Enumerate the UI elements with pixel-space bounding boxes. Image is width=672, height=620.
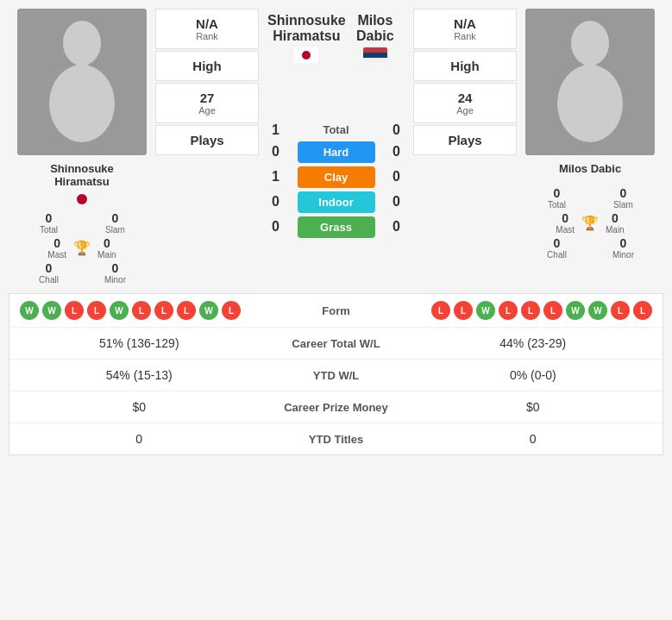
form-badge-p2: L bbox=[543, 301, 562, 320]
player1-name: Shinnosuke Hiramatsu bbox=[50, 162, 114, 188]
form-badge-p1: W bbox=[110, 301, 129, 320]
player1-high-value: High bbox=[165, 59, 249, 73]
stat-row-1: 54% (15-13)YTD W/L0% (0-0) bbox=[9, 360, 663, 391]
player2-name: Milos Dabic bbox=[559, 162, 621, 175]
player2-plays-box: Plays bbox=[413, 125, 517, 155]
hard-score-p2: 0 bbox=[388, 144, 405, 160]
trophy-icon-p2: 🏆 bbox=[581, 215, 599, 231]
player2-main-stat: 0 Main bbox=[606, 211, 625, 235]
svg-rect-3 bbox=[76, 62, 88, 76]
player2-chall-stat: 0 Chall bbox=[525, 236, 588, 260]
player2-slam-value: 0 bbox=[620, 186, 627, 200]
stat-label-1: YTD W/L bbox=[259, 369, 414, 382]
player1-total-value: 0 bbox=[46, 211, 53, 225]
grass-badge: Grass bbox=[298, 216, 375, 238]
hard-score-p1: 0 bbox=[267, 144, 285, 160]
main-container: Shinnosuke Hiramatsu 0 Total 0 Slam bbox=[0, 0, 672, 464]
svg-point-2 bbox=[49, 65, 115, 142]
player2-photo bbox=[525, 9, 655, 155]
player1-mast-stat: 0 Mast bbox=[47, 236, 66, 260]
player1-chall-label: Chall bbox=[39, 275, 59, 285]
stat-p1-value-3: 0 bbox=[20, 432, 259, 446]
stat-p2-value-3: 0 bbox=[414, 432, 653, 446]
stat-row-2: $0Career Prize Money$0 bbox=[9, 391, 663, 423]
stat-label-2: Career Prize Money bbox=[259, 401, 414, 414]
stat-row-0: 51% (136-129)Career Total W/L44% (23-29) bbox=[9, 328, 663, 360]
player2-main-value: 0 bbox=[612, 211, 619, 225]
center-area: Shinnosuke Hiramatsu Milos Dabic bbox=[259, 9, 413, 285]
score-row-clay: 1 Clay 0 bbox=[259, 166, 413, 188]
player2-age-value: 24 bbox=[423, 91, 507, 105]
player2-high-value: High bbox=[423, 59, 507, 73]
player2-total-stat: 0 Total bbox=[525, 186, 588, 210]
player2-slam-label: Slam bbox=[613, 200, 633, 210]
player2-plays-value: Plays bbox=[423, 133, 507, 147]
total-label: Total bbox=[298, 123, 375, 136]
score-row-total: 1 Total 0 bbox=[259, 122, 413, 138]
total-score-p1: 1 bbox=[267, 122, 285, 138]
player1-middle-stats: N/A Rank High 27 Age Plays bbox=[155, 9, 259, 285]
form-badge-p2: L bbox=[633, 301, 652, 320]
player1-age-box: 27 Age bbox=[155, 83, 259, 123]
player1-minor-stat: 0 Minor bbox=[84, 261, 147, 285]
svg-point-1 bbox=[63, 21, 101, 66]
stat-p2-value-0: 44% (23-29) bbox=[414, 336, 653, 350]
player2-form-badges: LLWLLLWWLL bbox=[380, 301, 653, 320]
form-label: Form bbox=[293, 304, 380, 317]
player1-minor-value: 0 bbox=[112, 261, 119, 275]
grass-score-p1: 0 bbox=[267, 219, 285, 235]
player2-total-label: Total bbox=[548, 200, 566, 210]
bottom-section: WWLLWLLLWL Form LLWLLLWWLL 51% (136-129)… bbox=[9, 293, 663, 455]
form-badge-p1: L bbox=[154, 301, 173, 320]
player2-chall-value: 0 bbox=[554, 236, 561, 250]
player2-rank-value: N/A bbox=[423, 16, 507, 31]
indoor-score-p1: 0 bbox=[267, 194, 285, 210]
form-badge-p1: L bbox=[65, 301, 84, 320]
player1-slam-stat: 0 Slam bbox=[84, 211, 147, 235]
player1-rank-value: N/A bbox=[165, 16, 249, 31]
player1-header-name: Shinnosuke Hiramatsu bbox=[267, 13, 346, 66]
svg-point-6 bbox=[557, 65, 623, 142]
indoor-score-p2: 0 bbox=[388, 194, 405, 210]
player1-main-stat: 0 Main bbox=[97, 236, 116, 260]
player1-chall-stat: 0 Chall bbox=[17, 261, 80, 285]
stat-label-0: Career Total W/L bbox=[259, 337, 414, 350]
form-badge-p2: L bbox=[431, 301, 450, 320]
player2-card: Milos Dabic 0 Total 0 Slam 0 Mast bbox=[517, 9, 663, 285]
player2-name-text: Milos Dabic bbox=[346, 13, 405, 44]
player1-rank-label: Rank bbox=[165, 31, 249, 41]
form-badge-p2: W bbox=[588, 301, 607, 320]
player1-mast-label: Mast bbox=[47, 250, 66, 260]
player2-age-box: 24 Age bbox=[413, 83, 517, 123]
player2-age-label: Age bbox=[423, 105, 507, 116]
player1-rank-box: N/A Rank bbox=[155, 9, 259, 49]
hard-badge: Hard bbox=[298, 141, 375, 163]
form-badge-p2: L bbox=[499, 301, 518, 320]
form-row: WWLLWLLLWL Form LLWLLLWWLL bbox=[9, 294, 663, 328]
player2-minor-label: Minor bbox=[612, 250, 634, 260]
form-badge-p1: L bbox=[87, 301, 106, 320]
player1-flag bbox=[77, 194, 87, 204]
player1-slam-label: Slam bbox=[105, 225, 125, 235]
player2-minor-value: 0 bbox=[620, 236, 627, 250]
player1-chall-value: 0 bbox=[46, 261, 53, 275]
total-score-p2: 0 bbox=[388, 122, 405, 138]
stat-p2-value-2: $0 bbox=[414, 400, 653, 414]
player1-age-label: Age bbox=[165, 105, 249, 116]
stat-p2-value-1: 0% (0-0) bbox=[414, 368, 653, 382]
grass-score-p2: 0 bbox=[388, 219, 405, 235]
player1-plays-box: Plays bbox=[155, 125, 259, 155]
score-row-grass: 0 Grass 0 bbox=[259, 216, 413, 238]
form-badge-p1: L bbox=[132, 301, 151, 320]
player2-mast-stat: 0 Mast bbox=[556, 211, 575, 235]
score-row-hard: 0 Hard 0 bbox=[259, 141, 413, 163]
player1-age-value: 27 bbox=[165, 91, 249, 105]
player1-header-flag bbox=[267, 47, 346, 66]
form-badge-p2: L bbox=[521, 301, 540, 320]
player2-chall-label: Chall bbox=[547, 250, 567, 260]
form-badge-p2: W bbox=[476, 301, 495, 320]
svg-point-5 bbox=[571, 21, 609, 66]
player1-photo bbox=[17, 9, 147, 155]
player1-plays-value: Plays bbox=[165, 133, 249, 147]
stat-label-3: YTD Titles bbox=[259, 433, 414, 446]
